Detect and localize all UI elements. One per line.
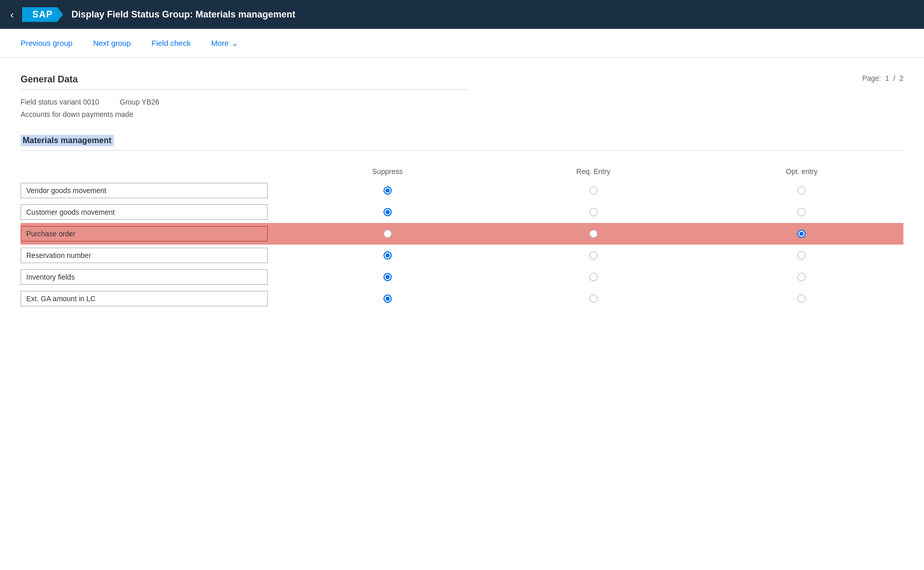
field-label-box: Purchase order (21, 226, 268, 241)
general-data-divider (21, 89, 468, 90)
radio-req_entry-cell[interactable] (486, 245, 700, 266)
radio-suppress-cell[interactable] (288, 266, 486, 288)
radio-opt_entry-empty[interactable] (797, 186, 806, 195)
table-row: Purchase order (21, 223, 903, 245)
radio-opt_entry-empty[interactable] (797, 251, 806, 260)
radio-suppress-filled[interactable] (383, 251, 392, 260)
radio-suppress-cell[interactable] (288, 201, 486, 223)
page-current: 1 (885, 74, 890, 82)
field-label-cell: Ext. GA amount in LC (21, 288, 288, 309)
field-label-cell: Inventory fields (21, 266, 288, 288)
radio-opt_entry-filled[interactable] (797, 230, 806, 238)
radio-opt_entry-cell[interactable] (700, 201, 903, 223)
mm-divider (21, 150, 903, 151)
description: Accounts for down payments made (21, 110, 903, 118)
field-label-cell: Customer goods movement (21, 201, 288, 223)
radio-req_entry-cell[interactable] (486, 223, 700, 245)
page-info: Page: 1 / 2 (862, 74, 903, 82)
radio-suppress-empty[interactable] (383, 230, 392, 238)
next-group-button[interactable]: Next group (85, 34, 139, 51)
page-label: Page: (862, 74, 881, 82)
radio-suppress-cell[interactable] (288, 180, 486, 201)
radio-opt_entry-empty[interactable] (797, 295, 806, 303)
group-label: Group YB26 (120, 98, 160, 106)
radio-opt_entry-cell[interactable] (700, 266, 903, 288)
radio-opt_entry-cell[interactable] (700, 223, 903, 245)
radio-req_entry-cell[interactable] (486, 288, 700, 309)
more-button[interactable]: More ⌄ (203, 34, 247, 52)
field-label-box: Vendor goods movement (21, 183, 268, 198)
radio-opt_entry-cell[interactable] (700, 288, 903, 309)
radio-suppress-filled[interactable] (383, 295, 392, 303)
app-header: ‹ SAP Display Field Status Group: Materi… (0, 0, 924, 29)
general-data-title: General Data (21, 74, 78, 85)
field-label-box: Customer goods movement (21, 204, 268, 220)
chevron-down-icon: ⌄ (232, 39, 238, 48)
radio-req_entry-cell[interactable] (486, 180, 700, 201)
radio-suppress-cell[interactable] (288, 288, 486, 309)
page-title: Display Field Status Group: Materials ma… (72, 9, 295, 20)
radio-req_entry-empty[interactable] (589, 273, 598, 281)
radio-opt_entry-empty[interactable] (797, 273, 806, 281)
page-separator: / (893, 74, 895, 82)
table-row: Inventory fields (21, 266, 903, 288)
back-button[interactable]: ‹ (10, 9, 14, 21)
general-data-header: General Data Page: 1 / 2 (21, 74, 903, 85)
page-total: 2 (899, 74, 903, 82)
field-label-cell: Vendor goods movement (21, 180, 288, 201)
main-content: General Data Page: 1 / 2 Field status va… (0, 58, 924, 570)
table-row: Customer goods movement (21, 201, 903, 223)
previous-group-button[interactable]: Previous group (12, 34, 81, 51)
sap-logo: SAP (22, 7, 63, 22)
radio-req_entry-cell[interactable] (486, 201, 700, 223)
field-label-cell: Purchase order (21, 223, 288, 245)
radio-suppress-filled[interactable] (383, 186, 392, 195)
variant-label: Field status variant 0010 (21, 98, 99, 106)
field-check-button[interactable]: Field check (143, 34, 199, 51)
radio-opt_entry-empty[interactable] (797, 208, 806, 216)
radio-suppress-cell[interactable] (288, 245, 486, 266)
col-header-field (21, 163, 288, 180)
radio-req_entry-empty[interactable] (589, 295, 598, 303)
radio-req_entry-empty[interactable] (589, 208, 598, 216)
mm-section-title: Materials management (21, 135, 114, 146)
radio-req_entry-cell[interactable] (486, 266, 700, 288)
col-header-opt-entry: Opt. entry (700, 163, 903, 180)
field-label-cell: Reservation number (21, 245, 288, 266)
radio-req_entry-empty[interactable] (589, 186, 598, 195)
radio-opt_entry-cell[interactable] (700, 245, 903, 266)
field-label-box: Reservation number (21, 248, 268, 263)
radio-req_entry-empty[interactable] (589, 251, 598, 260)
field-label-box: Ext. GA amount in LC (21, 291, 268, 306)
col-header-suppress: Suppress (288, 163, 486, 180)
materials-management-section: Materials management Suppress Req. Entry… (21, 135, 903, 309)
field-table: Suppress Req. Entry Opt. entry Vendor go… (21, 163, 903, 309)
field-label-box: Inventory fields (21, 269, 268, 285)
meta-row: Field status variant 0010 Group YB26 (21, 98, 903, 106)
radio-suppress-cell[interactable] (288, 223, 486, 245)
table-row: Reservation number (21, 245, 903, 266)
radio-suppress-filled[interactable] (383, 208, 392, 216)
radio-req_entry-empty[interactable] (589, 230, 598, 238)
table-row: Ext. GA amount in LC (21, 288, 903, 309)
radio-suppress-filled[interactable] (383, 273, 392, 281)
col-header-req-entry: Req. Entry (486, 163, 700, 180)
table-header-row: Suppress Req. Entry Opt. entry (21, 163, 903, 180)
radio-opt_entry-cell[interactable] (700, 180, 903, 201)
table-row: Vendor goods movement (21, 180, 903, 201)
toolbar: Previous group Next group Field check Mo… (0, 29, 924, 58)
